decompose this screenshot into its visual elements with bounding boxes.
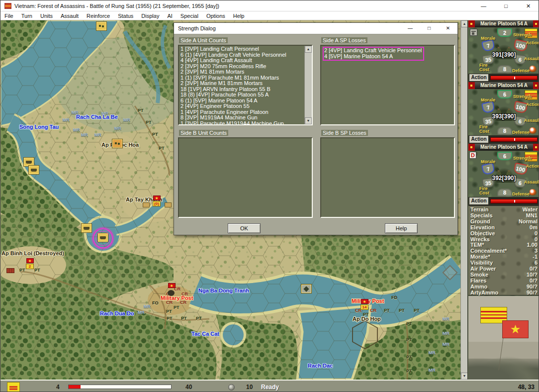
objective-military-post-west[interactable]: ★ — [167, 283, 176, 288]
dialog-close-button[interactable]: ✕ — [439, 23, 457, 34]
map-vertical-scrollbar[interactable]: ▲ ▼ — [460, 20, 467, 380]
header-cap-icon — [533, 82, 539, 89]
side-a-unit-counts-list[interactable]: 1 [3VP] Landing Craft Personnel 6 (1) [4… — [178, 45, 313, 125]
list-scrollbar[interactable]: ▲ ▼ — [304, 46, 312, 124]
status-message: Ready — [0, 384, 539, 391]
menu-assault[interactable]: Assault — [57, 13, 83, 19]
objective-ap-binh-loi[interactable]: ★2 — [25, 258, 34, 269]
status-bar: 4 40 10 Ready 48, 33 — [0, 380, 539, 392]
side-b-sp-losses-label: Side B SP Losses — [321, 130, 368, 136]
objective-military-post-east[interactable]: ★14 — [360, 299, 369, 310]
defense-value: 8 — [497, 65, 512, 73]
hex-code: PT — [181, 316, 187, 321]
unit-name: Marine Platoon 54 A — [475, 82, 533, 89]
action-bar-label: Action — [469, 136, 488, 143]
scroll-up-button[interactable]: ▲ — [461, 20, 468, 27]
dialog-minimize-button[interactable]: — — [401, 23, 420, 34]
dialog-title-bar[interactable]: Strength Dialog — □ ✕ — [174, 23, 457, 34]
terrain-row: Ammo90/? — [470, 284, 538, 290]
hex-code: MR — [73, 127, 80, 132]
hex-code: PT — [159, 146, 165, 151]
ok-button[interactable]: OK — [228, 223, 261, 233]
hex-code: MR — [123, 117, 130, 122]
menu-options[interactable]: Options — [202, 13, 229, 19]
list-item[interactable]: 2 [4VP] Landing Craft Vehicle Personnel — [324, 48, 422, 54]
bunker-icon — [303, 286, 309, 292]
header-cap-icon — [468, 144, 475, 151]
list-item[interactable]: 8 [3VP] M1919A4 Machine Gun — [180, 115, 304, 121]
landing-craft-counter[interactable] — [81, 223, 92, 233]
hex-code: PT — [167, 316, 173, 321]
menu-special[interactable]: Special — [177, 13, 202, 19]
unit-id-value: 391[390] — [468, 51, 539, 58]
morale-label: Morale — [481, 36, 495, 41]
unit-badge-icon — [530, 127, 537, 134]
unit-card-3[interactable]: Marine Platoon 54 A D Morale Strength Ac… — [468, 144, 539, 205]
defense-label: Defense — [512, 130, 530, 135]
side-b-unit-counts-list[interactable] — [178, 137, 313, 218]
side-a-sp-losses-list[interactable]: 2 [4VP] Landing Craft Vehicle Personnel … — [320, 45, 455, 125]
map-label-ap-do-hop: Ap Do Hop — [353, 316, 381, 322]
menu-ai[interactable]: AI — [163, 13, 176, 19]
menu-turn[interactable]: Turn — [17, 13, 36, 19]
minimize-button[interactable]: — — [472, 0, 495, 11]
hex-code: MR — [144, 304, 151, 309]
scroll-up-button[interactable]: ▲ — [305, 46, 312, 53]
terrain-row: Flares0/? — [470, 278, 538, 284]
hex-code: FO — [152, 300, 159, 305]
hex-code: MR — [114, 126, 121, 131]
app-icon — [4, 3, 11, 9]
list-item[interactable]: 4 [5VP] Marine Platoon 54 A — [324, 54, 422, 60]
hex-code: MR — [429, 368, 436, 373]
menu-reinforce[interactable]: Reinforce — [83, 13, 114, 19]
objective-flag-icon: ★ — [26, 258, 34, 263]
unit-id-value: 392[390] — [468, 175, 539, 182]
dialog-maximize-button[interactable]: □ — [420, 23, 439, 34]
scroll-down-button[interactable]: ▼ — [461, 373, 468, 380]
menu-status[interactable]: Status — [114, 13, 137, 19]
strength-value: 6 — [497, 90, 512, 98]
list-item[interactable]: 2 [3VP] Marine M1 81mm Mortars — [180, 81, 304, 87]
boat-icon — [31, 169, 37, 172]
map-label-rach-dua-do: Rach Dua Do — [100, 310, 134, 316]
bunker-counter[interactable] — [301, 284, 312, 294]
unit-counter[interactable] — [96, 21, 107, 31]
side-a-unit-counts-label: Side A Unit Counts — [179, 37, 228, 43]
list-item[interactable]: 4 [4VP] Landing Craft Assault — [180, 58, 304, 64]
list-item[interactable]: 2 [4VP] Engineer Platoon 55 — [180, 103, 304, 109]
menu-units[interactable]: Units — [36, 13, 57, 19]
sp-losses-selection[interactable]: 2 [4VP] Landing Craft Vehicle Personnel … — [323, 47, 424, 61]
strength-value: 6 — [497, 152, 512, 160]
landing-craft-counter[interactable] — [28, 165, 39, 175]
list-item[interactable]: 2 [3VP] M1 81mm Mortars — [180, 69, 304, 75]
scroll-down-button[interactable]: ▼ — [305, 117, 312, 124]
help-button[interactable]: Help — [385, 223, 418, 233]
unit-card-1[interactable]: Marine Platoon 54 A Morale Strength Acti… — [468, 20, 539, 82]
strength-label: Strength — [513, 32, 532, 37]
list-item[interactable]: 18 (8) [4VP] Parachute Platoon 55 A — [180, 92, 304, 98]
infantry-icon — [114, 142, 120, 145]
unit-name: Marine Platoon 54 A — [475, 20, 533, 27]
hex-code: MR — [94, 132, 101, 137]
list-item[interactable]: 1 [3VP] Parachute M1919A4 Machine Gun — [180, 121, 304, 126]
hex-coordinates: 48, 33 — [518, 384, 535, 391]
strength-value: 2 — [497, 28, 512, 37]
map-label-rach-dac: Rach Dac — [308, 363, 333, 369]
header-cap-icon — [533, 20, 539, 27]
hex-code: PT — [406, 337, 412, 342]
boat-icon — [26, 161, 32, 164]
list-item[interactable]: 1 [3VP] Landing Craft Personnel — [180, 46, 304, 52]
menu-help[interactable]: Help — [229, 13, 249, 19]
faction-flags-photo: ★ — [468, 296, 539, 380]
menu-file[interactable]: File — [0, 13, 17, 19]
maximize-button[interactable]: □ — [495, 0, 517, 11]
side-b-sp-losses-list[interactable] — [320, 137, 455, 218]
hex-code: PT — [152, 132, 158, 137]
unit-counter[interactable] — [112, 139, 123, 148]
menu-display[interactable]: Display — [137, 13, 163, 19]
unit-card-2[interactable]: Marine Platoon 54 A Morale Strength Acti… — [468, 82, 539, 144]
close-button[interactable]: ✕ — [517, 0, 539, 11]
action-label: Action — [526, 40, 539, 45]
unit-sidebar: Marine Platoon 54 A Morale Strength Acti… — [467, 20, 539, 380]
objective-ap-tay-khanh[interactable]: ★(0) — [152, 196, 161, 206]
